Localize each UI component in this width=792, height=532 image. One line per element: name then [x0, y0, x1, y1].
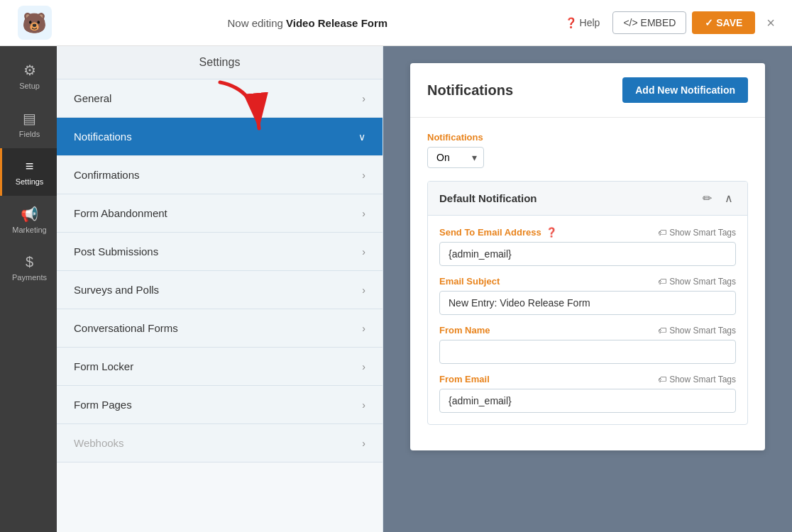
menu-label-confirmations: Confirmations [74, 169, 140, 181]
menu-label-surveys-polls: Surveys and Polls [74, 284, 159, 296]
menu-item-form-pages[interactable]: Form Pages › [57, 386, 383, 424]
notifications-select[interactable]: On Off [427, 147, 484, 168]
chevron-right-icon-7: › [362, 361, 365, 372]
smart-tags-label-3: Show Smart Tags [669, 375, 736, 384]
chevron-down-icon: ∨ [358, 131, 365, 143]
menu-item-webhooks[interactable]: Webhooks › [57, 424, 383, 462]
email-subject-label: Email Subject [439, 276, 500, 287]
from-name-label: From Name [439, 325, 490, 336]
notifications-card: Notifications Add New Notification Notif… [410, 63, 765, 450]
email-subject-input[interactable] [439, 291, 736, 315]
default-notification-box: Default Notification ✏ ∧ Send To Email A… [427, 181, 748, 425]
tag-icon: 🏷 [658, 228, 666, 238]
collapse-notification-button[interactable]: ∧ [722, 190, 736, 206]
email-subject-header: Email Subject 🏷 Show Smart Tags [439, 276, 736, 287]
menu-label-notifications: Notifications [74, 131, 132, 143]
send-to-email-input[interactable] [439, 242, 736, 266]
settings-title: Settings [57, 46, 383, 79]
smart-tags-label-1: Show Smart Tags [669, 277, 736, 287]
sidebar-item-fields[interactable]: ▤ Fields [0, 100, 57, 148]
settings-menu: Settings General › Notifications ∨ Confi… [57, 46, 383, 532]
menu-item-notifications[interactable]: Notifications ∨ [57, 118, 383, 156]
top-actions: ❓ Help </> EMBED ✓ SAVE × [558, 11, 781, 34]
menu-label-general: General [74, 92, 111, 104]
menu-item-form-abandonment[interactable]: Form Abandonment › [57, 194, 383, 233]
card-body: Notifications On Off Default Notificatio… [410, 118, 765, 450]
marketing-icon: 📢 [21, 206, 38, 223]
tag-icon-2: 🏷 [658, 326, 666, 336]
chevron-right-icon: › [362, 93, 365, 104]
settings-icon: ≡ [26, 158, 34, 174]
sidebar-label-fields: Fields [19, 130, 40, 138]
sidebar-label-marketing: Marketing [12, 226, 46, 234]
email-subject-field-row: Email Subject 🏷 Show Smart Tags [439, 276, 736, 315]
notifications-select-wrapper[interactable]: On Off [427, 147, 484, 168]
menu-item-post-submissions[interactable]: Post Submissions › [57, 233, 383, 271]
from-email-header: From Email 🏷 Show Smart Tags [439, 374, 736, 384]
sidebar-item-marketing[interactable]: 📢 Marketing [0, 196, 57, 244]
add-notification-button[interactable]: Add New Notification [622, 77, 748, 103]
smart-tags-label-2: Show Smart Tags [669, 326, 736, 336]
top-bar: 🐻 Now editing Video Release Form ❓ Help … [0, 0, 792, 46]
chevron-right-icon-8: › [362, 399, 365, 411]
from-name-label-group: From Name [439, 325, 490, 336]
logo-area: 🐻 [11, 6, 57, 40]
default-notification-header: Default Notification ✏ ∧ [428, 182, 747, 216]
payments-icon: $ [26, 254, 33, 270]
menu-label-webhooks: Webhooks [74, 437, 124, 449]
sidebar-item-payments[interactable]: $ Payments [0, 244, 57, 292]
send-to-email-header: Send To Email Address ❓ 🏷 Show Smart Tag… [439, 227, 736, 238]
send-to-email-smart-tags[interactable]: 🏷 Show Smart Tags [658, 228, 736, 238]
from-name-input[interactable] [439, 340, 736, 364]
smart-tags-label-0: Show Smart Tags [669, 228, 736, 238]
top-center-label: Now editing Video Release Form [66, 17, 549, 29]
close-icon: × [766, 15, 775, 31]
chevron-right-icon-2: › [362, 170, 365, 181]
sidebar-item-settings[interactable]: ≡ Settings [0, 148, 57, 196]
from-name-smart-tags[interactable]: 🏷 Show Smart Tags [658, 326, 736, 336]
send-to-email-label: Send To Email Address [439, 227, 541, 238]
menu-item-conversational-forms[interactable]: Conversational Forms › [57, 309, 383, 348]
form-name: Video Release Form [286, 17, 387, 29]
sidebar-item-setup[interactable]: ⚙ Setup [0, 52, 57, 100]
question-icon: ❓ [565, 17, 577, 28]
email-subject-label-group: Email Subject [439, 276, 500, 287]
save-label: ✓ SAVE [705, 17, 742, 28]
chevron-right-icon-5: › [362, 284, 365, 296]
from-email-input[interactable] [439, 389, 736, 413]
card-header: Notifications Add New Notification [410, 63, 765, 118]
setup-icon: ⚙ [23, 62, 36, 79]
sidebar-label-settings: Settings [16, 177, 44, 186]
sidebar-icons: ⚙ Setup ▤ Fields ≡ Settings 📢 Marketing … [0, 46, 57, 532]
menu-label-form-locker: Form Locker [74, 360, 133, 372]
menu-item-confirmations[interactable]: Confirmations › [57, 156, 383, 194]
help-button[interactable]: ❓ Help [558, 13, 607, 33]
from-email-smart-tags[interactable]: 🏷 Show Smart Tags [658, 375, 736, 384]
send-to-email-help-icon[interactable]: ❓ [546, 227, 557, 238]
embed-button[interactable]: </> EMBED [612, 11, 686, 34]
menu-item-general[interactable]: General › [57, 79, 383, 118]
embed-label: </> EMBED [623, 17, 676, 28]
edit-notification-button[interactable]: ✏ [700, 190, 715, 206]
chevron-right-icon-6: › [362, 323, 365, 334]
save-button[interactable]: ✓ SAVE [692, 11, 755, 34]
from-name-field-row: From Name 🏷 Show Smart Tags [439, 325, 736, 364]
tag-icon-3: 🏷 [658, 375, 666, 384]
fields-icon: ▤ [23, 110, 36, 127]
sidebar-label-setup: Setup [19, 82, 40, 90]
notification-header-actions: ✏ ∧ [700, 190, 736, 206]
content-panel: Notifications Add New Notification Notif… [383, 46, 792, 532]
logo-bear: 🐻 [18, 6, 52, 40]
chevron-right-icon-3: › [362, 208, 365, 219]
chevron-right-icon-9: › [362, 438, 365, 449]
chevron-right-icon-4: › [362, 246, 365, 257]
send-to-email-label-group: Send To Email Address ❓ [439, 227, 557, 238]
notifications-field-label: Notifications [427, 132, 748, 143]
menu-item-form-locker[interactable]: Form Locker › [57, 348, 383, 386]
email-subject-smart-tags[interactable]: 🏷 Show Smart Tags [658, 277, 736, 287]
close-button[interactable]: × [761, 12, 781, 34]
menu-item-surveys-polls[interactable]: Surveys and Polls › [57, 271, 383, 309]
from-email-field-row: From Email 🏷 Show Smart Tags [439, 374, 736, 413]
menu-label-form-abandonment: Form Abandonment [74, 207, 167, 219]
tag-icon-1: 🏷 [658, 277, 666, 287]
